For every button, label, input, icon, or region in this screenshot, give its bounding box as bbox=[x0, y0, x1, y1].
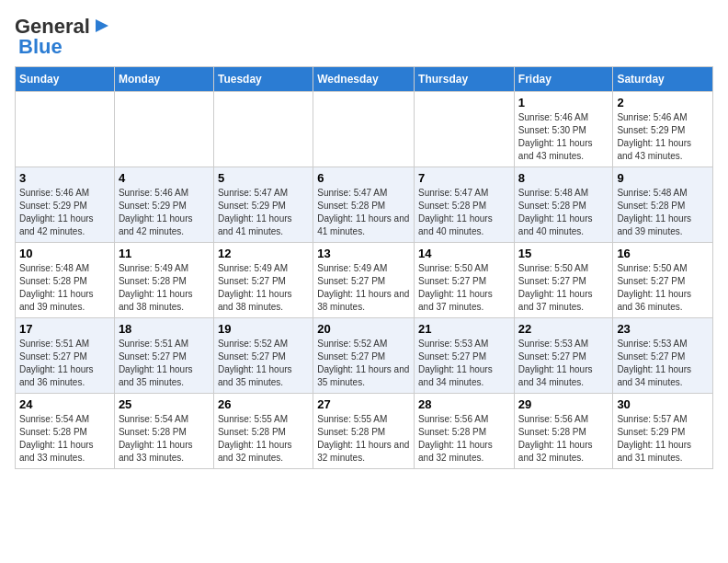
calendar-cell: 27Sunrise: 5:55 AM Sunset: 5:28 PM Dayli… bbox=[313, 394, 415, 469]
calendar-cell: 19Sunrise: 5:52 AM Sunset: 5:27 PM Dayli… bbox=[213, 318, 313, 394]
day-number: 8 bbox=[518, 171, 609, 185]
day-number: 29 bbox=[518, 397, 609, 411]
calendar-cell: 3Sunrise: 5:46 AM Sunset: 5:29 PM Daylig… bbox=[16, 167, 115, 243]
day-number: 1 bbox=[518, 96, 609, 109]
day-number: 4 bbox=[119, 171, 210, 185]
day-info: Sunrise: 5:48 AM Sunset: 5:28 PM Dayligh… bbox=[518, 187, 609, 238]
day-info: Sunrise: 5:57 AM Sunset: 5:29 PM Dayligh… bbox=[617, 413, 709, 465]
weekday-header-cell: Friday bbox=[514, 67, 613, 92]
calendar-week-row: 1Sunrise: 5:46 AM Sunset: 5:30 PM Daylig… bbox=[16, 92, 713, 167]
day-info: Sunrise: 5:46 AM Sunset: 5:30 PM Dayligh… bbox=[518, 111, 609, 163]
day-number: 26 bbox=[218, 397, 309, 411]
day-info: Sunrise: 5:56 AM Sunset: 5:28 PM Dayligh… bbox=[418, 413, 510, 465]
day-number: 24 bbox=[19, 397, 110, 411]
day-number: 25 bbox=[119, 397, 210, 411]
weekday-header-cell: Wednesday bbox=[313, 67, 415, 92]
calendar-cell: 12Sunrise: 5:49 AM Sunset: 5:27 PM Dayli… bbox=[213, 243, 313, 318]
calendar-cell: 29Sunrise: 5:56 AM Sunset: 5:28 PM Dayli… bbox=[514, 394, 613, 469]
day-info: Sunrise: 5:47 AM Sunset: 5:28 PM Dayligh… bbox=[317, 187, 410, 238]
logo-blue: Blue bbox=[18, 35, 63, 59]
day-number: 6 bbox=[317, 171, 410, 185]
calendar-cell bbox=[213, 92, 313, 167]
day-number: 23 bbox=[617, 322, 709, 336]
day-number: 19 bbox=[218, 322, 309, 336]
calendar-cell: 10Sunrise: 5:48 AM Sunset: 5:28 PM Dayli… bbox=[16, 243, 115, 318]
day-info: Sunrise: 5:46 AM Sunset: 5:29 PM Dayligh… bbox=[119, 187, 210, 238]
calendar-cell: 11Sunrise: 5:49 AM Sunset: 5:28 PM Dayli… bbox=[114, 243, 213, 318]
day-number: 11 bbox=[119, 247, 210, 260]
day-info: Sunrise: 5:52 AM Sunset: 5:27 PM Dayligh… bbox=[218, 338, 309, 389]
weekday-header: SundayMondayTuesdayWednesdayThursdayFrid… bbox=[16, 67, 713, 92]
day-number: 21 bbox=[418, 322, 510, 336]
calendar-cell: 24Sunrise: 5:54 AM Sunset: 5:28 PM Dayli… bbox=[16, 394, 115, 469]
calendar-cell: 22Sunrise: 5:53 AM Sunset: 5:27 PM Dayli… bbox=[514, 318, 613, 394]
day-info: Sunrise: 5:47 AM Sunset: 5:28 PM Dayligh… bbox=[418, 187, 510, 238]
weekday-header-cell: Monday bbox=[114, 67, 213, 92]
day-info: Sunrise: 5:46 AM Sunset: 5:29 PM Dayligh… bbox=[19, 187, 110, 238]
day-number: 7 bbox=[418, 171, 510, 185]
day-info: Sunrise: 5:54 AM Sunset: 5:28 PM Dayligh… bbox=[119, 413, 210, 465]
calendar-cell: 9Sunrise: 5:48 AM Sunset: 5:28 PM Daylig… bbox=[613, 167, 713, 243]
calendar-cell: 7Sunrise: 5:47 AM Sunset: 5:28 PM Daylig… bbox=[415, 167, 515, 243]
calendar-cell: 4Sunrise: 5:46 AM Sunset: 5:29 PM Daylig… bbox=[114, 167, 213, 243]
day-info: Sunrise: 5:53 AM Sunset: 5:27 PM Dayligh… bbox=[518, 338, 609, 389]
weekday-header-cell: Sunday bbox=[16, 67, 115, 92]
day-info: Sunrise: 5:53 AM Sunset: 5:27 PM Dayligh… bbox=[418, 338, 510, 389]
calendar-cell bbox=[16, 92, 115, 167]
calendar-cell: 28Sunrise: 5:56 AM Sunset: 5:28 PM Dayli… bbox=[415, 394, 515, 469]
calendar-cell: 13Sunrise: 5:49 AM Sunset: 5:27 PM Dayli… bbox=[313, 243, 415, 318]
day-number: 20 bbox=[317, 322, 410, 336]
calendar-table: SundayMondayTuesdayWednesdayThursdayFrid… bbox=[15, 66, 713, 469]
day-number: 17 bbox=[19, 322, 110, 336]
day-number: 12 bbox=[218, 247, 309, 260]
calendar-cell: 25Sunrise: 5:54 AM Sunset: 5:28 PM Dayli… bbox=[114, 394, 213, 469]
header: General Blue bbox=[15, 15, 713, 59]
calendar-cell: 8Sunrise: 5:48 AM Sunset: 5:28 PM Daylig… bbox=[514, 167, 613, 243]
calendar-week-row: 17Sunrise: 5:51 AM Sunset: 5:27 PM Dayli… bbox=[16, 318, 713, 394]
day-info: Sunrise: 5:46 AM Sunset: 5:29 PM Dayligh… bbox=[617, 111, 709, 163]
calendar-cell: 30Sunrise: 5:57 AM Sunset: 5:29 PM Dayli… bbox=[613, 394, 713, 469]
calendar-cell: 1Sunrise: 5:46 AM Sunset: 5:30 PM Daylig… bbox=[514, 92, 613, 167]
day-info: Sunrise: 5:56 AM Sunset: 5:28 PM Dayligh… bbox=[518, 413, 609, 465]
day-info: Sunrise: 5:50 AM Sunset: 5:27 PM Dayligh… bbox=[617, 262, 709, 314]
day-number: 10 bbox=[19, 247, 110, 260]
weekday-header-cell: Saturday bbox=[613, 67, 713, 92]
calendar-cell: 6Sunrise: 5:47 AM Sunset: 5:28 PM Daylig… bbox=[313, 167, 415, 243]
svg-marker-0 bbox=[96, 19, 108, 32]
day-number: 9 bbox=[617, 171, 709, 185]
day-number: 14 bbox=[418, 247, 510, 260]
calendar-cell: 17Sunrise: 5:51 AM Sunset: 5:27 PM Dayli… bbox=[16, 318, 115, 394]
calendar-cell: 26Sunrise: 5:55 AM Sunset: 5:28 PM Dayli… bbox=[213, 394, 313, 469]
day-info: Sunrise: 5:48 AM Sunset: 5:28 PM Dayligh… bbox=[19, 262, 110, 314]
day-number: 27 bbox=[317, 397, 410, 411]
calendar-cell: 23Sunrise: 5:53 AM Sunset: 5:27 PM Dayli… bbox=[613, 318, 713, 394]
day-number: 22 bbox=[518, 322, 609, 336]
day-info: Sunrise: 5:49 AM Sunset: 5:27 PM Dayligh… bbox=[317, 262, 410, 314]
calendar-cell: 21Sunrise: 5:53 AM Sunset: 5:27 PM Dayli… bbox=[415, 318, 515, 394]
day-number: 2 bbox=[617, 96, 709, 109]
calendar-cell: 14Sunrise: 5:50 AM Sunset: 5:27 PM Dayli… bbox=[415, 243, 515, 318]
logo: General Blue bbox=[15, 15, 112, 59]
day-info: Sunrise: 5:52 AM Sunset: 5:27 PM Dayligh… bbox=[317, 338, 410, 389]
calendar-cell: 15Sunrise: 5:50 AM Sunset: 5:27 PM Dayli… bbox=[514, 243, 613, 318]
logo-icon bbox=[92, 16, 112, 36]
day-info: Sunrise: 5:51 AM Sunset: 5:27 PM Dayligh… bbox=[119, 338, 210, 389]
day-number: 30 bbox=[617, 397, 709, 411]
day-number: 15 bbox=[518, 247, 609, 260]
calendar-week-row: 24Sunrise: 5:54 AM Sunset: 5:28 PM Dayli… bbox=[16, 394, 713, 469]
calendar-week-row: 10Sunrise: 5:48 AM Sunset: 5:28 PM Dayli… bbox=[16, 243, 713, 318]
day-info: Sunrise: 5:49 AM Sunset: 5:27 PM Dayligh… bbox=[218, 262, 309, 314]
day-number: 3 bbox=[19, 171, 110, 185]
calendar-cell: 20Sunrise: 5:52 AM Sunset: 5:27 PM Dayli… bbox=[313, 318, 415, 394]
day-number: 16 bbox=[617, 247, 709, 260]
calendar-cell bbox=[415, 92, 515, 167]
day-info: Sunrise: 5:53 AM Sunset: 5:27 PM Dayligh… bbox=[617, 338, 709, 389]
day-info: Sunrise: 5:48 AM Sunset: 5:28 PM Dayligh… bbox=[617, 187, 709, 238]
day-info: Sunrise: 5:54 AM Sunset: 5:28 PM Dayligh… bbox=[19, 413, 110, 465]
weekday-header-cell: Thursday bbox=[415, 67, 515, 92]
day-info: Sunrise: 5:55 AM Sunset: 5:28 PM Dayligh… bbox=[317, 413, 410, 465]
day-info: Sunrise: 5:47 AM Sunset: 5:29 PM Dayligh… bbox=[218, 187, 309, 238]
day-info: Sunrise: 5:50 AM Sunset: 5:27 PM Dayligh… bbox=[418, 262, 510, 314]
calendar-cell: 5Sunrise: 5:47 AM Sunset: 5:29 PM Daylig… bbox=[213, 167, 313, 243]
day-number: 5 bbox=[218, 171, 309, 185]
